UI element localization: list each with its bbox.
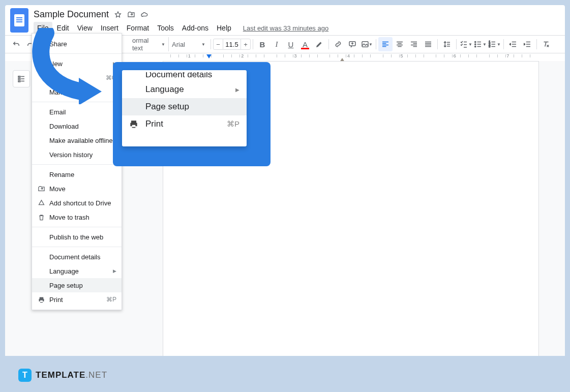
svg-text:3: 3 [489,45,490,48]
style-dropdown[interactable]: ormal text▼ [129,37,169,51]
file-menu: Share New▶ en⌘O Make py Email▶ Download▶… [32,33,122,310]
bold-button[interactable]: B [255,37,269,51]
menu-edit[interactable]: Edit [53,22,73,34]
font-size-value[interactable]: 11.5 [223,39,241,50]
move-folder-icon[interactable] [127,11,135,19]
menu-view[interactable]: View [74,22,96,34]
svg-rect-9 [18,78,20,79]
file-new[interactable]: New▶ [32,56,122,71]
callout-page-setup[interactable]: Page setup [122,98,247,115]
image-button[interactable]: ▼ [359,37,374,51]
document-title[interactable]: Sample Document [34,9,109,20]
line-spacing-button[interactable] [440,37,454,51]
file-move[interactable]: Move [32,182,122,196]
file-publish[interactable]: Publish to the web [32,230,122,244]
star-icon[interactable] [114,11,122,19]
file-print[interactable]: Print⌘P [32,292,122,307]
font-size-increase[interactable]: + [241,39,251,50]
menu-insert[interactable]: Insert [97,22,122,34]
svg-point-4 [475,46,476,47]
file-offline[interactable]: Make available offline [32,133,122,147]
trash-icon [37,213,45,221]
svg-rect-10 [18,81,20,82]
file-language[interactable]: Language▶ [32,264,122,278]
header: Sample Document File Edit View Insert Fo… [5,5,565,35]
file-add-shortcut[interactable]: Add shortcut to Drive [32,196,122,210]
file-share[interactable]: Share [32,37,122,51]
clear-formatting-button[interactable] [539,37,553,51]
menu-format[interactable]: Format [123,22,153,34]
font-dropdown[interactable]: Arial▼ [169,37,208,51]
outline-toggle-button[interactable] [13,70,30,87]
svg-rect-8 [18,76,20,77]
italic-button[interactable]: I [269,37,284,51]
file-trash[interactable]: Move to trash [32,210,122,224]
drive-shortcut-icon [37,199,45,207]
file-details[interactable]: Document details [32,250,122,264]
indent-button[interactable] [520,37,534,51]
align-center-button[interactable] [393,37,407,51]
menu-addons[interactable]: Add-ons [178,22,212,34]
file-rename[interactable]: Rename [32,167,122,182]
svg-point-2 [475,41,476,42]
file-make-copy[interactable]: Make py [32,85,122,99]
align-justify-button[interactable] [421,37,435,51]
outdent-button[interactable] [506,37,520,51]
svg-point-3 [475,44,476,45]
docs-logo-icon[interactable] [10,8,28,33]
app-window: Sample Document File Edit View Insert Fo… [5,5,565,356]
font-size-decrease[interactable]: − [213,39,223,50]
comment-button[interactable] [345,37,359,51]
last-edit-link[interactable]: Last edit was 33 minutes ago [243,24,328,32]
undo-button[interactable] [9,37,23,51]
menu-file[interactable]: File [34,22,52,34]
align-left-button[interactable] [378,37,393,51]
menu-tools[interactable]: Tools [154,22,177,34]
print-icon [128,118,139,130]
callout-print[interactable]: Print⌘P [122,115,247,133]
file-download[interactable]: Download▶ [32,119,122,133]
file-version-history[interactable]: Version history▶ [32,147,122,162]
print-icon [37,295,45,304]
callout-menu: Document details Language▶ Page setup Pr… [122,70,247,146]
svg-rect-1 [362,42,368,47]
file-open[interactable]: en⌘O [32,71,122,85]
callout-doc-details[interactable]: Document details [122,72,247,81]
menu-help[interactable]: Help [213,22,235,34]
checklist-button[interactable]: ▼ [459,37,473,51]
move-icon [37,185,45,193]
watermark-text: TEMPLATE.NET [36,370,107,380]
watermark-badge-icon: T [18,369,32,382]
callout-language[interactable]: Language▶ [122,81,247,98]
align-right-button[interactable] [407,37,421,51]
callout-box: Document details Language▶ Page setup Pr… [113,62,271,166]
watermark: T TEMPLATE.NET [18,369,107,382]
cloud-status-icon[interactable] [140,11,148,19]
indent-marker-icon[interactable] [206,54,212,58]
bulleted-list-button[interactable]: ▼ [473,37,487,51]
numbered-list-button[interactable]: 123▼ [487,37,501,51]
file-email[interactable]: Email▶ [32,105,122,119]
link-button[interactable] [331,37,345,51]
text-color-button[interactable]: A [298,37,312,51]
underline-button[interactable]: U [284,37,298,51]
highlight-button[interactable] [312,37,326,51]
file-page-setup[interactable]: Page setup [32,278,122,292]
